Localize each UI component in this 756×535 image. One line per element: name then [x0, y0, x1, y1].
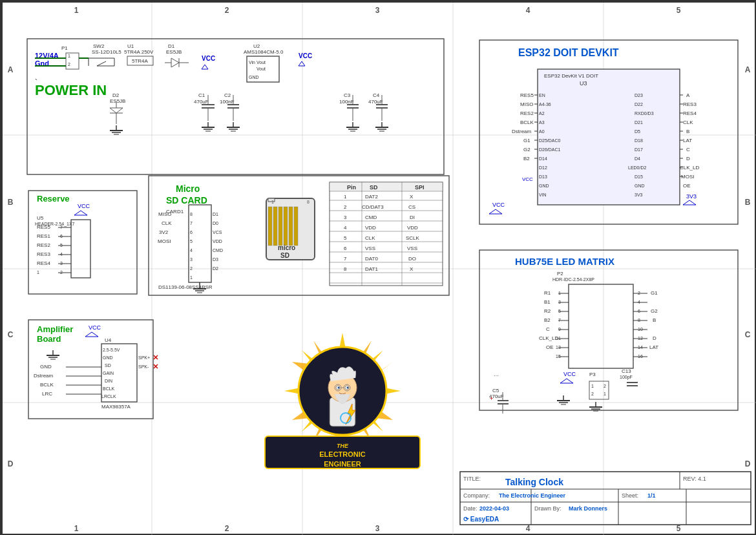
svg-text:TITLE:: TITLE: [463, 476, 481, 482]
svg-text:Reserve: Reserve [37, 194, 70, 204]
svg-text:DAT1: DAT1 [365, 266, 378, 272]
svg-text:5: 5 [677, 6, 681, 15]
svg-text:P2: P2 [557, 271, 563, 277]
svg-text:U2: U2 [253, 43, 260, 49]
svg-text:+: + [490, 395, 493, 402]
svg-text:100nF: 100nF [220, 99, 235, 105]
svg-text:SW2: SW2 [93, 43, 105, 49]
svg-text:7: 7 [190, 221, 193, 226]
svg-text:3V3: 3V3 [686, 193, 697, 200]
svg-text:LRCLK: LRCLK [101, 394, 116, 399]
svg-point-443 [337, 386, 339, 388]
svg-text:1: 1 [74, 524, 79, 533]
svg-rect-118 [538, 69, 680, 205]
svg-text:CMD: CMD [213, 248, 223, 253]
svg-text:G2: G2 [523, 147, 530, 152]
svg-marker-65 [110, 108, 123, 113]
svg-marker-190 [74, 211, 87, 215]
svg-text:GND: GND [249, 75, 259, 79]
svg-text:VCC: VCC [89, 324, 101, 331]
svg-text:2: 2 [190, 266, 193, 271]
svg-text:Date:: Date: [463, 505, 478, 512]
svg-text:Amplifier: Amplifier [37, 324, 73, 334]
svg-text:X: X [410, 266, 414, 272]
svg-text:U3: U3 [580, 80, 587, 87]
svg-text:⟳ EasyEDA: ⟳ EasyEDA [463, 516, 499, 523]
svg-text:1: 1 [591, 384, 594, 388]
svg-text:VCC: VCC [563, 371, 576, 377]
svg-text:C4: C4 [373, 92, 380, 98]
svg-text:D25/DAC0: D25/DAC0 [539, 138, 561, 143]
svg-text:C: C [8, 330, 14, 339]
svg-rect-297 [569, 284, 633, 368]
svg-text:HDR-IDC-2.54-2X8P: HDR-IDC-2.54-2X8P [552, 277, 594, 282]
svg-text:U4: U4 [105, 337, 112, 343]
svg-text:Sheet:: Sheet: [622, 492, 638, 499]
svg-text:B: B [686, 129, 689, 134]
svg-text:1: 1 [68, 54, 70, 58]
svg-text:D3: D3 [213, 257, 218, 262]
svg-text:MAX98357A: MAX98357A [101, 404, 131, 410]
svg-text:SS-12D10L5: SS-12D10L5 [92, 49, 121, 55]
svg-text:D14: D14 [539, 156, 547, 161]
svg-text:GND: GND [40, 364, 52, 370]
svg-text:RES3: RES3 [683, 101, 697, 107]
svg-text:A: A [686, 92, 690, 98]
svg-rect-248 [294, 207, 298, 246]
svg-text:SPK+: SPK+ [138, 355, 150, 360]
svg-text:LAT: LAT [649, 344, 658, 350]
svg-text:Micro: Micro [176, 184, 200, 194]
svg-marker-184 [683, 200, 696, 205]
svg-text:BCLK: BCLK [520, 120, 534, 125]
svg-text:D: D [686, 156, 690, 162]
svg-text:…: … [494, 372, 499, 377]
svg-rect-245 [278, 207, 282, 246]
svg-text:3: 3 [190, 257, 193, 262]
svg-line-40 [97, 61, 106, 66]
svg-text:U1: U1 [127, 43, 134, 49]
svg-text:RES5: RES5 [520, 92, 534, 98]
svg-rect-243 [268, 207, 272, 246]
svg-text:Vin: Vin [249, 60, 255, 65]
svg-text:4: 4 [526, 6, 530, 15]
svg-text:7: 7 [344, 256, 347, 262]
svg-text:RES3: RES3 [37, 251, 50, 257]
svg-text:470uF: 470uF [368, 99, 383, 105]
svg-text:Board: Board [37, 334, 61, 344]
svg-text:4: 4 [190, 248, 193, 253]
svg-text:ESP32 DOIT DEVKIT: ESP32 DOIT DEVKIT [518, 47, 619, 58]
svg-text:GND: GND [539, 184, 549, 188]
svg-marker-48 [171, 58, 179, 67]
svg-text:LRC: LRC [42, 391, 52, 397]
svg-text:C: C [686, 147, 690, 152]
svg-text:A3: A3 [539, 120, 545, 125]
svg-text:MISO: MISO [158, 211, 171, 217]
svg-text:ESP32  DevKit V1 DOIT: ESP32 DevKit V1 DOIT [544, 73, 598, 79]
svg-text:D4: D4 [635, 156, 640, 161]
svg-text:1: 1 [190, 275, 193, 280]
svg-text:P3: P3 [589, 372, 596, 377]
svg-text:G1: G1 [523, 138, 530, 143]
svg-text:B: B [653, 317, 656, 323]
svg-text:RES2: RES2 [37, 242, 50, 248]
svg-text:D2: D2 [112, 92, 120, 98]
svg-text:CD/DAT3: CD/DAT3 [362, 204, 384, 210]
svg-text:B2: B2 [544, 317, 551, 323]
svg-rect-216 [189, 205, 211, 282]
svg-text:P1: P1 [61, 45, 68, 51]
svg-text:MOSI: MOSI [158, 238, 171, 244]
svg-text:D23: D23 [635, 93, 643, 98]
svg-text:AMS1084CM-5.0: AMS1084CM-5.0 [244, 49, 284, 55]
svg-text:A0: A0 [539, 129, 545, 134]
logo-svg: THE ELECTRONIC ENGINEER [262, 323, 423, 472]
svg-text:B: B [745, 198, 751, 207]
svg-rect-246 [284, 207, 288, 246]
svg-text:Dstream: Dstream [512, 129, 532, 134]
svg-text:5TR4A 250V: 5TR4A 250V [124, 49, 154, 55]
svg-text:D21: D21 [635, 120, 643, 125]
svg-point-444 [346, 386, 348, 388]
svg-text:D0: D0 [213, 221, 218, 226]
svg-text:B: B [8, 198, 14, 207]
svg-text:R1: R1 [544, 290, 551, 296]
svg-text:DAT2: DAT2 [365, 194, 378, 200]
